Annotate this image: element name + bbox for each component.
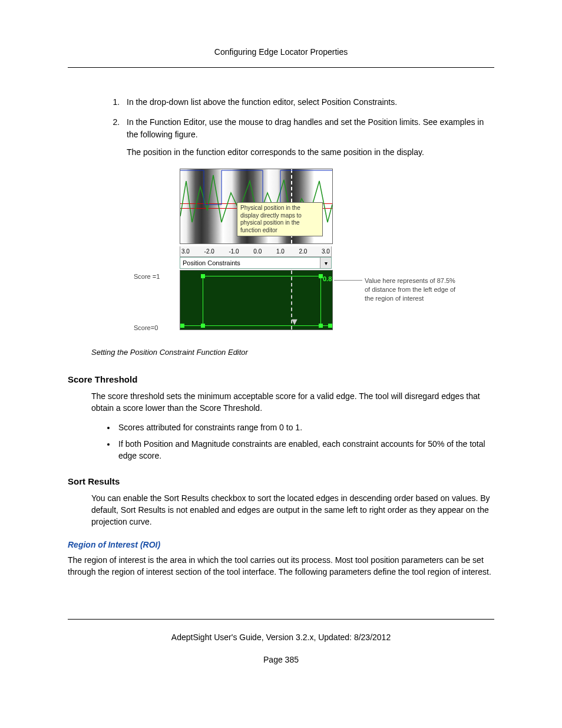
callout-text: Value here represents of 87.5% of distan… [365,276,459,303]
drag-handle[interactable] [180,324,184,328]
drag-handle[interactable] [328,324,332,328]
constraint-line [203,276,320,276]
page: Configuring Edge Locator Properties In t… [0,0,562,728]
axis-row: 3.0 -2.0 -1.0 0.0 1.0 2.0 3.0 [180,246,332,257]
constraints-dropdown[interactable]: Position Constraints ▾ [180,257,332,269]
page-header: Configuring Edge Locator Properties [68,47,494,67]
score-threshold-heading: Score Threshold [68,374,494,384]
sort-results-text: You can enable the Sort Results checkbox… [91,492,494,528]
step-2-note: The position in the function editor corr… [127,146,494,158]
tooltip: Physical position in the display directl… [237,202,323,236]
axis-tick: 3.0 [181,248,190,255]
figure: Physical position in the display directl… [134,169,458,344]
figure-container: Physical position in the display directl… [91,169,494,344]
axis-tick: -2.0 [204,248,214,255]
chevron-down-icon[interactable]: ▾ [320,258,331,268]
axis-tick: 3.0 [322,248,330,255]
drag-handle[interactable] [201,324,205,328]
constraint-editor-panel: 0.875 ▼ [180,270,333,330]
footer-text: AdeptSight User's Guide, Version 3.2.x, … [68,633,494,642]
score-0-label: Score=0 [134,324,158,331]
list-item: Scores attributed for constraints range … [116,421,494,433]
step-1: In the drop-down list above the function… [122,96,494,108]
drag-handle[interactable] [319,274,323,278]
arrow-down-icon: ▼ [290,317,299,327]
sort-results-heading: Sort Results [68,476,494,486]
drag-handle[interactable] [319,324,323,328]
function-editor-display: Physical position in the display directl… [180,169,333,244]
axis-tick: -1.0 [229,248,239,255]
axis-tick: 1.0 [276,248,285,255]
steps-list: In the drop-down list above the function… [122,96,494,158]
axis-tick: 2.0 [299,248,307,255]
page-number: Page 385 [68,655,494,664]
constraint-line [320,276,321,325]
figure-caption: Setting the Position Constraint Function… [91,348,494,357]
roi-heading: Region of Interest (ROI) [68,540,494,549]
score-threshold-bullets: Scores attributed for constraints range … [116,421,494,462]
constraint-line [203,276,203,325]
step-2-text: In the Function Editor, use the mouse to… [127,117,484,139]
step-2: In the Function Editor, use the mouse to… [122,116,494,158]
score-threshold-text: The score threshold sets the minimum acc… [91,390,494,414]
callout-line [334,280,362,281]
axis-tick: 0.0 [253,248,262,255]
value-label: 0.875 [323,275,333,282]
list-item: If both Position and Magnitude constrain… [116,438,494,462]
dropdown-label: Position Constraints [183,259,240,266]
score-1-label: Score =1 [134,273,160,280]
footer-divider [68,619,494,620]
roi-text: The region of interest is the area in wh… [68,554,494,578]
content-area: In the drop-down list above the function… [68,68,494,578]
drag-handle[interactable] [201,274,205,278]
